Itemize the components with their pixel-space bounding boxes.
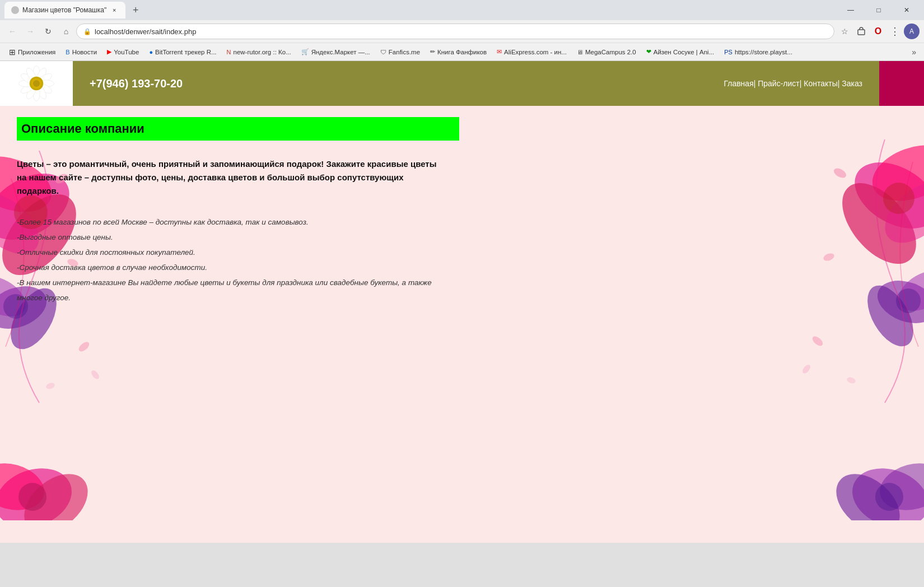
bookmark-youtube-label: YouTube: [114, 49, 139, 55]
svg-point-32: [18, 483, 46, 511]
back-button[interactable]: ←: [4, 24, 20, 39]
playstation-icon: PS: [724, 49, 732, 55]
tab-title: Магазин цветов "Ромашка": [22, 6, 106, 14]
site-nav-links[interactable]: Главная| Прайс-лист| Контакты| Заказ: [724, 79, 862, 88]
new-tab-button[interactable]: +: [128, 2, 143, 18]
svg-point-27: [801, 364, 811, 375]
section-title: Описание компании: [21, 122, 347, 136]
yandex-market-icon: 🛒: [301, 48, 309, 55]
bookmark-bittorrent-label: BitTorrent трекер R...: [155, 49, 217, 55]
feature-item-3: -Отличные скидки для постоянных покупате…: [17, 245, 437, 260]
tab-close-button[interactable]: ×: [110, 6, 119, 15]
header-accent: [879, 61, 924, 106]
section-title-wrapper: Описание компании: [17, 117, 459, 141]
svg-point-12: [77, 340, 91, 353]
bookmark-kniga-label: Книга Фанфиков: [437, 49, 487, 55]
bookmark-aliexpress[interactable]: ✉ AliExpress.com - ин...: [492, 45, 571, 59]
refresh-button[interactable]: ↻: [40, 24, 56, 39]
home-button[interactable]: ⌂: [58, 24, 74, 39]
bookmark-apps[interactable]: ⊞ Приложения: [4, 45, 60, 59]
newrutor-icon: N: [227, 49, 231, 55]
apps-grid-icon: ⊞: [9, 48, 16, 57]
browser-menu-icon[interactable]: ⋮: [887, 24, 903, 39]
svg-point-36: [875, 483, 903, 511]
bookmark-star-icon[interactable]: ☆: [837, 24, 852, 39]
opera-icon[interactable]: O: [870, 24, 886, 39]
window-controls: — □ ✕: [838, 0, 920, 20]
close-button[interactable]: ✕: [894, 0, 920, 20]
bookmark-ayzen[interactable]: ❤ Айзен Сосуке | Ani...: [642, 45, 719, 59]
forward-button[interactable]: →: [22, 24, 38, 39]
floral-decoration-bottom-left: [0, 453, 123, 520]
fanfics-icon: 🛡: [380, 49, 386, 55]
site-header: +7(946) 193-70-20 Главная| Прайс-лист| К…: [0, 61, 924, 106]
features-list: -Более 15 магазинов по всей Москве – дос…: [17, 215, 437, 305]
bookmark-ayzen-label: Айзен Сосуке | Ani...: [654, 49, 715, 55]
svg-point-33: [844, 458, 924, 520]
title-bar: Магазин цветов "Ромашка" × + — □ ✕: [0, 0, 924, 20]
profile-icon[interactable]: A: [904, 24, 920, 39]
tab-favicon: [11, 6, 19, 14]
bookmark-megacampus[interactable]: 🖥 MegaCampus 2.0: [572, 45, 641, 59]
lock-icon: 🔒: [83, 28, 91, 35]
megacampus-icon: 🖥: [577, 49, 583, 55]
minimize-button[interactable]: —: [838, 0, 864, 20]
maximize-button[interactable]: □: [866, 0, 892, 20]
feature-item-1: -Более 15 магазинов по всей Москве – дос…: [17, 215, 437, 230]
bookmark-yandex-market[interactable]: 🛒 Яндекс.Маркет —...: [297, 45, 375, 59]
logo-area: [0, 61, 73, 106]
bookmark-newrutor[interactable]: N new-rutor.org :: Ко...: [222, 45, 296, 59]
aliexpress-icon: ✉: [497, 48, 502, 55]
bookmark-playstation[interactable]: PS https://store.playst...: [720, 45, 797, 59]
bittorrent-icon: ●: [149, 49, 153, 55]
phone-number: +7(946) 193-70-20: [90, 77, 183, 90]
bookmarks-more-button[interactable]: »: [908, 48, 920, 57]
bookmark-bittorrent[interactable]: ● BitTorrent трекер R...: [144, 45, 221, 59]
bookmark-novosti-label: Новости: [72, 49, 97, 55]
bookmark-fanfics[interactable]: 🛡 Fanfics.me: [376, 45, 424, 59]
bookmark-fanfics-label: Fanfics.me: [389, 49, 420, 55]
kniga-icon: ✏: [430, 48, 435, 55]
address-bar: ← → ↻ ⌂ 🔒 localhost/denwer/sait/index.ph…: [0, 20, 924, 43]
url-bar[interactable]: 🔒 localhost/denwer/sait/index.php: [76, 24, 834, 39]
novosti-icon: В: [66, 49, 69, 55]
youtube-icon: ▶: [107, 48, 111, 55]
svg-rect-0: [858, 30, 865, 35]
svg-point-35: [825, 462, 911, 520]
svg-point-51: [33, 80, 40, 87]
bookmark-novosti[interactable]: В Новости: [61, 45, 101, 59]
bookmarks-bar: ⊞ Приложения В Новости ▶ YouTube ● BitTo…: [0, 43, 924, 60]
extensions-icon[interactable]: [853, 24, 869, 39]
svg-point-26: [811, 334, 825, 347]
svg-point-34: [875, 456, 924, 517]
bookmark-aliexpress-label: AliExpress.com - ин...: [504, 49, 567, 55]
ayzen-icon: ❤: [646, 48, 651, 55]
feature-item-5: -В нашем интернет-магазине Вы найдете лю…: [17, 275, 437, 305]
main-description: Цветы – это романтичный, очень приятный …: [17, 157, 437, 198]
bookmark-kniga[interactable]: ✏ Книга Фанфиков: [426, 45, 491, 59]
bookmark-playstation-label: https://store.playst...: [735, 49, 792, 55]
svg-point-30: [0, 456, 49, 517]
url-text: localhost/denwer/sait/index.php: [95, 27, 196, 36]
browser-chrome: Магазин цветов "Ромашка" × + — □ ✕ ← → ↻…: [0, 0, 924, 61]
logo-flower: [8, 64, 64, 103]
svg-point-31: [13, 462, 99, 520]
svg-point-13: [90, 369, 100, 380]
svg-point-14: [45, 382, 55, 390]
feature-item-2: -Выгодные оптовые цены.: [17, 230, 437, 245]
bookmark-youtube[interactable]: ▶ YouTube: [102, 45, 143, 59]
feature-item-4: -Срочная доставка цветов в случае необхо…: [17, 260, 437, 275]
svg-point-28: [846, 376, 856, 385]
active-tab[interactable]: Магазин цветов "Ромашка" ×: [4, 2, 125, 18]
nav-links-text: Главная| Прайс-лист| Контакты| Заказ: [724, 79, 862, 88]
bookmark-newrutor-label: new-rutor.org :: Ко...: [234, 49, 291, 55]
header-info: +7(946) 193-70-20 Главная| Прайс-лист| К…: [73, 61, 879, 106]
bookmark-yandex-label: Яндекс.Маркет —...: [311, 49, 370, 55]
website-content: +7(946) 193-70-20 Главная| Прайс-лист| К…: [0, 61, 924, 543]
site-main: Описание компании Цветы – это романтичны…: [0, 106, 924, 322]
bookmark-apps-label: Приложения: [18, 49, 55, 55]
svg-point-29: [0, 458, 80, 520]
floral-decoration-bottom-right: [778, 453, 924, 520]
bookmark-megacampus-label: MegaCampus 2.0: [585, 49, 636, 55]
address-actions: ☆ O ⋮ A: [837, 24, 920, 39]
